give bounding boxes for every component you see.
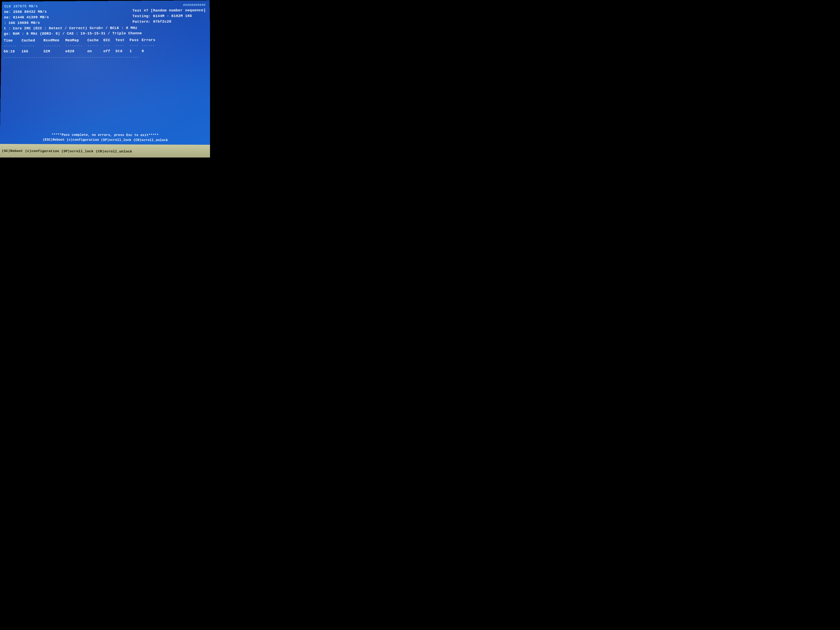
bottom-bar: (SC)Reboot (c)configuration (SP)scroll_l… bbox=[0, 144, 210, 158]
data-errors: 0 bbox=[142, 49, 160, 54]
imc-line: t : Core IMC (ECC : Detect / Correct) Sc… bbox=[4, 25, 206, 32]
table-dash-row: ------ ------ -------- -------- ----- --… bbox=[4, 43, 206, 49]
data-test: Std bbox=[115, 49, 129, 54]
col-header-ecc: ECC bbox=[103, 38, 115, 43]
status-bar-area: *****Pass complete, no errors, press Esc… bbox=[0, 133, 210, 142]
dash-pass: ---- bbox=[129, 43, 142, 49]
col-header-cache: Cache bbox=[87, 38, 103, 43]
table-data-row: 56:19 16G 32M e820 on off Std 1 0 bbox=[4, 48, 206, 54]
table-header-row: Time Cached RsvdMem MemMap Cache ECC Tes… bbox=[4, 37, 206, 44]
data-cached: 16G bbox=[21, 49, 43, 54]
memtest-table: Time Cached RsvdMem MemMap Cache ECC Tes… bbox=[3, 37, 206, 60]
ram-line: gs: RAM : 0 MHz (DDR3- 0) / CAS : 19-15-… bbox=[4, 30, 206, 37]
size-6144k: 6144K bbox=[13, 15, 24, 19]
col-header-memmap: MemMap bbox=[65, 38, 87, 43]
speed-6144k: 41399 MB/s bbox=[27, 15, 49, 19]
dash-cached: ------ bbox=[21, 43, 43, 49]
prefix-colon: : bbox=[4, 21, 8, 25]
dash-time: ------ bbox=[4, 44, 22, 49]
dash-ecc: --- bbox=[103, 43, 115, 49]
col-header-pass: Pass bbox=[129, 38, 142, 43]
col-header-cached: Cached bbox=[22, 38, 44, 44]
data-memmap: e820 bbox=[65, 49, 87, 54]
bottom-dashes: ----------------------------------------… bbox=[3, 55, 206, 60]
data-pass: 1 bbox=[129, 49, 142, 54]
col-header-rsvdmem: RsvdMem bbox=[43, 38, 65, 43]
dash-test: ---- bbox=[115, 43, 129, 49]
size-256k: 256K bbox=[13, 10, 22, 14]
main-content: CLK 107675 MB/s ne: 256K 80432 MB/s ne: … bbox=[0, 0, 210, 101]
dash-cache: ----- bbox=[87, 43, 104, 49]
speed-16g: 19686 MB/s bbox=[17, 21, 40, 25]
speed-row-16g: : 16G 19686 MB/s bbox=[4, 19, 206, 26]
speed-label-top: CLK 107675 MB/s bbox=[4, 4, 38, 8]
data-cache: on bbox=[87, 49, 103, 54]
data-ecc: off bbox=[103, 49, 115, 54]
data-time: 56:19 bbox=[4, 49, 22, 54]
dash-errors: ------ bbox=[142, 43, 160, 48]
status-line1: *****Pass complete, no errors, press Esc… bbox=[8, 133, 203, 137]
status-line2: (ESC)Reboot (c)configuration (SP)scroll_… bbox=[8, 138, 204, 142]
dash-memmap: -------- bbox=[65, 43, 87, 49]
prefix-ne1: ne: bbox=[4, 10, 13, 14]
data-rsvdmem: 32M bbox=[43, 49, 65, 54]
size-16g: 16G bbox=[8, 21, 15, 25]
dash-rsvdmem: -------- bbox=[43, 43, 65, 49]
col-header-time: Time bbox=[4, 38, 22, 44]
col-header-test: Test bbox=[115, 38, 129, 43]
bottom-bar-text: (SC)Reboot (c)configuration (SP)scroll_l… bbox=[2, 149, 132, 153]
speed-256k: 80432 MB/s bbox=[24, 10, 47, 14]
memtest-screen: CLK 107675 MB/s ne: 256K 80432 MB/s ne: … bbox=[0, 0, 210, 158]
col-header-errors: Errors bbox=[142, 38, 160, 43]
prefix-ne2: ne: bbox=[4, 15, 13, 19]
